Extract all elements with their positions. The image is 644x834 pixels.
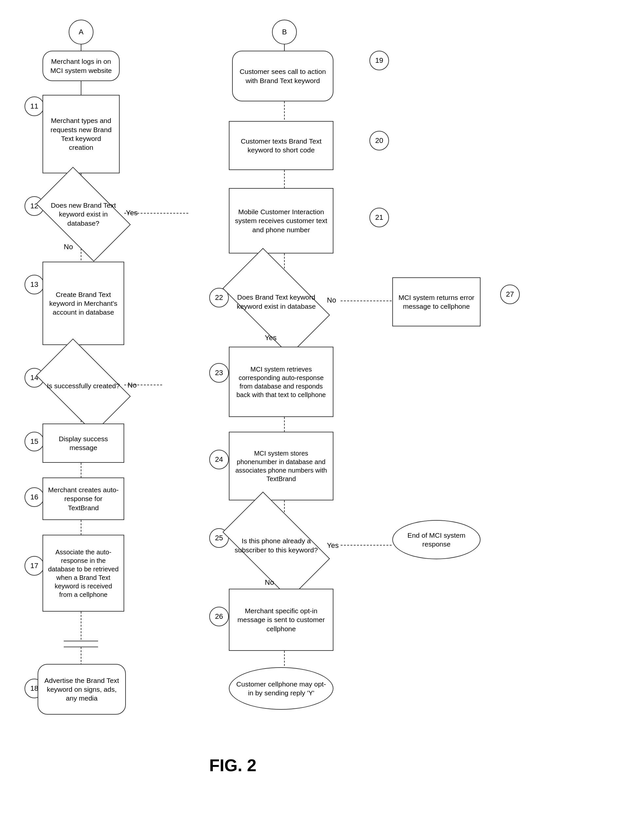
step-13: 13 xyxy=(24,275,44,294)
merchant-creates-shape: Merchant creates auto-response for TextB… xyxy=(42,477,124,520)
mci-stores-shape: MCI system stores phonenumber in databas… xyxy=(229,432,333,500)
end-mci-shape: End of MCI system response xyxy=(392,520,481,559)
display-success-shape: Display success message xyxy=(42,423,124,463)
customer-sees-shape: Customer sees call to action with Brand … xyxy=(232,51,333,102)
create-brand-shape: Create Brand Text keyword in Merchant's … xyxy=(42,262,124,345)
label-A: A xyxy=(69,19,94,44)
step-26: 26 xyxy=(209,607,229,626)
customer-texts-shape: Customer texts Brand Text keyword to sho… xyxy=(229,121,333,170)
step-19: 19 xyxy=(370,51,389,70)
diamond-12: Does new Brand Text keyword exist in dat… xyxy=(42,188,124,241)
diamond-14: Is successfully created? xyxy=(42,360,124,412)
no-label-12: No xyxy=(64,243,73,251)
diamond-25: Is this phone already a subscriber to th… xyxy=(229,517,324,574)
no-label-14: No xyxy=(128,381,137,390)
step-15: 15 xyxy=(24,432,44,451)
advertise-shape: Advertise the Brand Text keyword on sign… xyxy=(37,664,126,714)
step-23: 23 xyxy=(209,363,229,383)
yes-label-25: Yes xyxy=(327,541,339,550)
step-27: 27 xyxy=(500,284,520,304)
merchant-specific-shape: Merchant specific opt-in message is sent… xyxy=(229,589,333,651)
yes-label-12: Yes xyxy=(126,208,138,217)
step-17: 17 xyxy=(24,556,44,575)
mobile-customer-shape: Mobile Customer Interaction system recei… xyxy=(229,188,333,254)
step-20: 20 xyxy=(370,131,389,150)
no-label-22: No xyxy=(327,296,336,304)
step-11: 11 xyxy=(24,97,44,116)
step-24: 24 xyxy=(209,450,229,469)
label-B: B xyxy=(272,19,297,44)
no-label-25: No xyxy=(265,578,274,587)
mci-returns-shape: MCI system returns error message to cell… xyxy=(392,277,481,326)
diagram-container: A Merchant logs in on MCI system website… xyxy=(0,0,644,834)
fig-label: FIG. 2 xyxy=(209,755,256,775)
customer-cellphone-shape: Customer cellphone may opt-in by sending… xyxy=(229,667,333,710)
mci-retrieves-shape: MCI system retrieves corresponding auto-… xyxy=(229,347,333,417)
associate-auto-shape: Associate the auto-response in the datab… xyxy=(42,535,124,612)
merchant-types-shape: Merchant types and requests new Brand Te… xyxy=(42,95,119,173)
yes-label-22: Yes xyxy=(265,334,276,342)
diamond-22: Does Brand Text keyword keyword exist in… xyxy=(229,273,324,330)
step-16: 16 xyxy=(24,487,44,507)
step-21: 21 xyxy=(370,208,389,227)
merchant-logs-shape: Merchant logs in on MCI system website xyxy=(42,51,119,81)
